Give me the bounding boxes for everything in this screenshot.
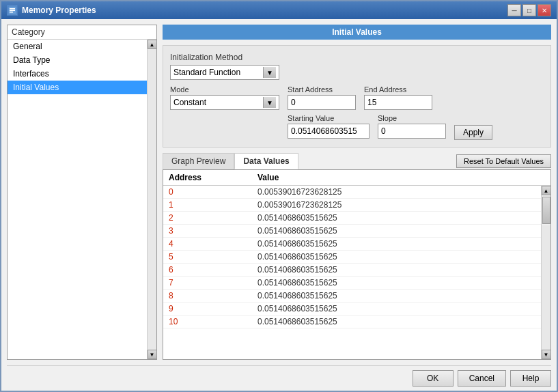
- slope-input[interactable]: [378, 124, 446, 139]
- row-address: 10: [169, 317, 257, 326]
- bottom-bar: OK Cancel Help: [1, 366, 557, 391]
- tab-data-values[interactable]: Data Values: [234, 153, 298, 169]
- data-table-header: Address Value: [163, 170, 550, 186]
- main-content: Category General Data Type Interfaces In…: [1, 19, 557, 365]
- row-address: 1: [169, 200, 257, 210]
- sidebar-item-general[interactable]: General: [8, 40, 147, 53]
- mode-row: Mode Constant ▼ Start Address End Addres…: [170, 85, 544, 110]
- value-row: Starting Value Slope Apply: [170, 114, 544, 140]
- row-address: 2: [169, 213, 257, 223]
- table-row: 50.0514068603515625: [163, 251, 541, 264]
- table-scroll-thumb[interactable]: [542, 197, 550, 224]
- starting-value-input[interactable]: [288, 124, 369, 139]
- row-address: 5: [169, 252, 257, 262]
- slope-label: Slope: [378, 114, 446, 122]
- row-address: 4: [169, 239, 257, 249]
- right-panel-header: Initial Values: [163, 25, 551, 40]
- row-value: 0.00539016723628125: [257, 187, 535, 197]
- mode-group: Mode Constant ▼: [170, 85, 279, 110]
- scroll-down-arrow[interactable]: ▼: [148, 350, 157, 359]
- starting-value-group: Starting Value: [288, 114, 369, 139]
- init-section: Initialization Method Standard Function …: [163, 45, 551, 148]
- svg-rect-2: [10, 10, 15, 12]
- table-row: 70.0514068603515625: [163, 277, 541, 290]
- title-bar: Memory Properties ─ □ ✕: [1, 1, 557, 19]
- category-header: Category: [8, 25, 156, 40]
- right-panel: Initial Values Initialization Method Sta…: [163, 25, 551, 360]
- row-address: 9: [169, 304, 257, 313]
- mode-dropdown[interactable]: Constant ▼: [170, 95, 279, 110]
- svg-rect-1: [10, 8, 15, 10]
- scroll-up-arrow[interactable]: ▲: [148, 40, 157, 49]
- init-function-dropdown[interactable]: Standard Function ▼: [170, 65, 279, 80]
- close-button[interactable]: ✕: [538, 4, 551, 16]
- row-value: 0.0514068603515625: [257, 265, 535, 275]
- table-scroll-up[interactable]: ▲: [542, 186, 551, 195]
- start-address-group: Start Address: [288, 85, 356, 110]
- row-value: 0.0514068603515625: [257, 252, 535, 262]
- ok-button[interactable]: OK: [413, 370, 454, 387]
- mode-value: Constant: [173, 98, 206, 107]
- row-value: 0.0514068603515625: [257, 304, 535, 313]
- main-window: Memory Properties ─ □ ✕ Category General…: [0, 0, 558, 392]
- left-list-content: General Data Type Interfaces Initial Val…: [8, 40, 147, 359]
- init-function-row: Standard Function ▼: [170, 65, 544, 80]
- row-address: 6: [169, 265, 257, 275]
- left-panel-scrollbar: ▲ ▼: [147, 40, 156, 359]
- window-title: Memory Properties: [22, 5, 96, 15]
- end-address-label: End Address: [364, 85, 432, 94]
- tab-graph-preview[interactable]: Graph Preview: [163, 153, 234, 169]
- table-scroll-down[interactable]: ▼: [542, 350, 551, 359]
- starting-value-label: Starting Value: [288, 114, 369, 122]
- row-value: 0.00539016723628125: [257, 200, 535, 210]
- tabs: Graph Preview Data Values: [163, 153, 298, 169]
- sidebar-item-interfaces[interactable]: Interfaces: [8, 67, 147, 81]
- window-icon: [7, 5, 18, 16]
- help-button[interactable]: Help: [510, 370, 551, 387]
- start-address-label: Start Address: [288, 85, 356, 94]
- row-value: 0.0514068603515625: [257, 291, 535, 300]
- table-scroll-track[interactable]: [542, 225, 550, 350]
- row-address: 3: [169, 226, 257, 236]
- table-row: 00.00539016723628125: [163, 186, 541, 199]
- scroll-track[interactable]: [148, 49, 156, 350]
- table-row: 90.0514068603515625: [163, 303, 541, 316]
- init-method-label: Initialization Method: [170, 53, 544, 62]
- tabs-row: Graph Preview Data Values Reset To Defau…: [163, 153, 551, 169]
- row-address: 7: [169, 278, 257, 288]
- table-row: 80.0514068603515625: [163, 290, 541, 303]
- table-row: 40.0514068603515625: [163, 238, 541, 251]
- table-row: 60.0514068603515625: [163, 264, 541, 277]
- svg-rect-3: [10, 12, 13, 13]
- apply-button[interactable]: Apply: [454, 125, 492, 140]
- end-address-input[interactable]: [364, 95, 432, 110]
- slope-group: Slope: [378, 114, 446, 139]
- data-table-body: 00.0053901672362812510.00539016723628125…: [163, 186, 550, 359]
- sidebar-item-initialvalues[interactable]: Initial Values: [8, 81, 147, 94]
- row-address: 8: [169, 291, 257, 300]
- start-address-input[interactable]: [288, 95, 356, 110]
- row-value: 0.0514068603515625: [257, 278, 535, 288]
- end-address-group: End Address: [364, 85, 432, 110]
- data-rows: 00.0053901672362812510.00539016723628125…: [163, 186, 541, 359]
- sidebar-item-datatype[interactable]: Data Type: [8, 53, 147, 67]
- mode-arrow: ▼: [263, 97, 276, 108]
- row-value: 0.0514068603515625: [257, 226, 535, 236]
- row-value: 0.0514068603515625: [257, 239, 535, 249]
- mode-label: Mode: [170, 85, 279, 94]
- data-table-container: Address Value 00.0053901672362812510.005…: [163, 169, 551, 360]
- title-bar-title: Memory Properties: [7, 5, 96, 16]
- table-row: 100.0514068603515625: [163, 316, 541, 328]
- minimize-button[interactable]: ─: [507, 4, 521, 16]
- cancel-button[interactable]: Cancel: [458, 370, 506, 387]
- reset-button[interactable]: Reset To Default Values: [456, 154, 551, 168]
- table-row: 20.0514068603515625: [163, 212, 541, 225]
- left-panel: Category General Data Type Interfaces In…: [7, 25, 157, 360]
- title-bar-controls: ─ □ ✕: [507, 4, 551, 16]
- col-header-value: Value: [257, 173, 545, 182]
- init-function-value: Standard Function: [173, 68, 240, 77]
- left-scroll-area: General Data Type Interfaces Initial Val…: [8, 40, 156, 359]
- row-value: 0.0514068603515625: [257, 213, 535, 223]
- maximize-button[interactable]: □: [522, 4, 536, 16]
- table-row: 30.0514068603515625: [163, 225, 541, 238]
